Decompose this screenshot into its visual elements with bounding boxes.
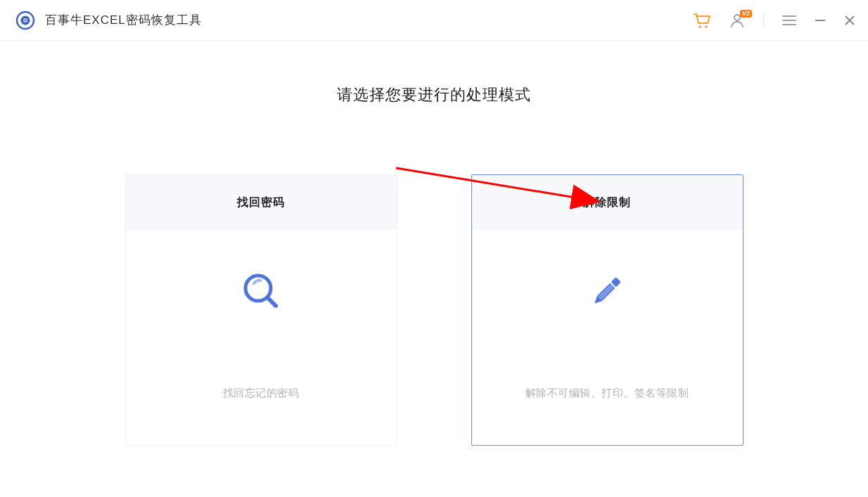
card-body: 找回忘记的密码 xyxy=(126,230,397,445)
title-bar-left: 百事牛EXCEL密码恢复工具 xyxy=(15,11,202,30)
card-desc: 解除不可编辑、打印、签名等限制 xyxy=(525,387,689,400)
svg-rect-17 xyxy=(598,283,614,299)
card-title: 找回密码 xyxy=(126,175,397,230)
app-logo-icon xyxy=(15,11,35,30)
svg-point-6 xyxy=(734,15,740,20)
card-remove-restriction[interactable]: 解除限制 解除不可编辑、打印、签名等限制 xyxy=(471,174,743,446)
svg-rect-3 xyxy=(25,19,27,21)
main-content: 请选择您要进行的处理模式 找回密码 找回忘记的密码 解除限制 xyxy=(0,41,868,446)
card-title: 解除限制 xyxy=(472,175,743,230)
card-body: 解除不可编辑、打印、签名等限制 xyxy=(472,230,743,445)
app-title: 百事牛EXCEL密码恢复工具 xyxy=(45,12,202,28)
page-heading: 请选择您要进行的处理模式 xyxy=(337,84,531,105)
title-bar-right: V2 xyxy=(693,12,855,29)
menu-icon[interactable] xyxy=(782,15,796,26)
svg-rect-15 xyxy=(611,277,621,287)
mode-cards: 找回密码 找回忘记的密码 解除限制 xyxy=(125,174,743,446)
cart-icon[interactable] xyxy=(693,12,711,29)
svg-line-14 xyxy=(268,298,276,306)
pencil-icon xyxy=(585,269,630,314)
card-recover-password[interactable]: 找回密码 找回忘记的密码 xyxy=(125,174,397,446)
minimize-icon[interactable] xyxy=(815,15,826,26)
svg-point-5 xyxy=(705,25,708,28)
title-bar: 百事牛EXCEL密码恢复工具 V2 xyxy=(0,0,868,41)
magnifier-icon xyxy=(238,269,283,314)
close-icon[interactable] xyxy=(844,15,855,26)
svg-point-4 xyxy=(698,25,701,28)
user-badge: V2 xyxy=(740,10,752,18)
divider xyxy=(763,13,764,28)
user-icon[interactable]: V2 xyxy=(729,13,745,28)
card-desc: 找回忘记的密码 xyxy=(223,387,300,400)
